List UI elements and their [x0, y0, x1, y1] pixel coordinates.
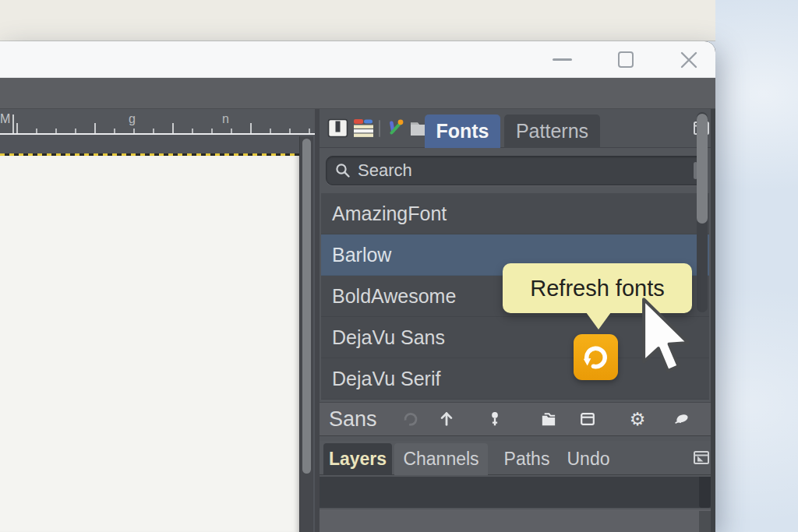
toolbar-strip [0, 78, 715, 109]
duplicate-folder-icon[interactable] [538, 410, 557, 428]
minimize-button[interactable] [545, 41, 579, 78]
gear-icon[interactable]: ⚙ [628, 410, 647, 428]
search-box[interactable] [326, 156, 706, 185]
background-surface [0, 0, 715, 41]
tab-channels[interactable]: Channels [394, 443, 488, 475]
mouse-cursor-icon [639, 295, 690, 376]
scrollbar-thumb[interactable] [302, 139, 311, 474]
dock-tab-bar: Fonts Patterns [320, 109, 711, 148]
window-icon[interactable] [578, 410, 597, 428]
scrollbar-stub [699, 477, 711, 508]
close-button[interactable] [672, 41, 706, 78]
ruler-label: g [129, 112, 136, 126]
canvas-viewport[interactable] [0, 135, 315, 532]
font-toolbar: Sans ⚙ [320, 402, 711, 436]
canvas[interactable] [0, 156, 299, 532]
refresh-fonts-button[interactable] [574, 334, 618, 380]
window-right-edge [711, 109, 715, 532]
divider [379, 120, 380, 137]
horizontal-ruler: M g n [0, 109, 315, 135]
tab-fonts[interactable]: Fonts [425, 115, 500, 148]
search-icon [335, 163, 351, 178]
canvas-vertical-scrollbar[interactable] [299, 136, 313, 532]
close-icon [679, 50, 699, 70]
refresh-dimmed-icon[interactable] [401, 410, 420, 428]
current-font-name: Sans [329, 403, 377, 435]
titlebar[interactable] [0, 41, 715, 78]
ruler-label: n [222, 112, 229, 126]
tool-options-icon[interactable] [327, 118, 348, 139]
swatches-icon[interactable] [352, 118, 375, 139]
layer-boundary-dashes [0, 153, 299, 156]
refresh-icon [581, 343, 610, 372]
layers-list-area [320, 477, 711, 508]
search-input[interactable] [356, 160, 694, 181]
maximize-button[interactable] [609, 41, 643, 78]
tab-menu-icon[interactable] [692, 449, 711, 467]
maximize-icon [618, 51, 634, 68]
ruler-edge-label: M [0, 112, 10, 126]
desktop: M g n [0, 0, 798, 532]
scrollbar-stub [699, 511, 711, 532]
fonts-v-icon[interactable] [385, 118, 406, 139]
tab-patterns[interactable]: Patterns [504, 115, 600, 148]
tab-layers[interactable]: Layers [323, 443, 392, 475]
raise-arrow-icon[interactable] [437, 410, 456, 428]
tab-paths[interactable]: Paths [499, 443, 555, 475]
pin-icon[interactable] [486, 410, 504, 428]
layers-row [320, 509, 711, 532]
smudge-icon[interactable] [673, 410, 691, 428]
lower-dock-tab-bar: Layers Channels Paths Undo [320, 441, 711, 475]
font-list-scrollbar[interactable] [697, 112, 708, 312]
tooltip-tail [586, 312, 611, 329]
scrollbar-thumb[interactable] [697, 114, 708, 224]
minimize-icon [553, 58, 572, 61]
tab-undo[interactable]: Undo [563, 443, 613, 475]
font-list-item[interactable]: AmazingFont [321, 193, 709, 234]
